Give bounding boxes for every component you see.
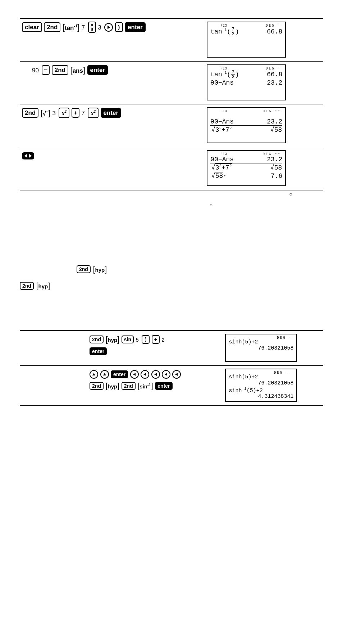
svg-marker-5 (133, 373, 136, 376)
second-button[interactable]: 2nd (52, 65, 68, 75)
calculator-screen: FIX DEG ⁺ tan-1(73) 66.8 90−Ans 23.2 (207, 64, 286, 100)
sin-inverse-button[interactable]: sin-1 (137, 382, 153, 390)
svg-marker-0 (108, 26, 110, 29)
svg-marker-9 (175, 373, 178, 376)
digit-7: 7 (82, 24, 85, 31)
table-row: 90 − 2nd ans enter FIX DEG ⁺ tan-1(73) 6… (20, 62, 323, 104)
x-squared-button[interactable]: x2 (59, 108, 69, 118)
lcd-line: 58⁺ 7.6 (210, 172, 282, 180)
enter-button[interactable]: enter (125, 22, 146, 32)
clear-button[interactable]: clear (22, 22, 42, 32)
enter-button[interactable]: enter (90, 347, 107, 355)
key-sequence: 90 − 2nd ans enter (22, 64, 200, 76)
example-table-1: clear 2nd tan-1 7 n d 3 ) enter (20, 18, 323, 190)
svg-marker-2 (29, 154, 32, 158)
enter-button[interactable]: enter (87, 65, 108, 75)
sin-button[interactable]: sin (122, 335, 134, 343)
lcd-line: 4.312438341 (229, 394, 293, 400)
lcd-line: 90−Ans 23.2 (210, 79, 282, 86)
hyp-button[interactable]: hyp (36, 282, 50, 290)
table-row: 2nd hyp sin 5 ) + 2 enter DEG ⁺ (20, 330, 323, 366)
marker-left: ○ (20, 202, 323, 208)
tan-inverse-button[interactable]: tan-1 (63, 23, 80, 31)
second-button[interactable]: 2nd (44, 22, 60, 32)
lcd-status-bar: FIX DEG ⁺⁺ (210, 109, 282, 113)
lcd-line: tan-1(73) 66.8 (210, 70, 282, 79)
digit-3: 3 (98, 24, 101, 31)
fraction-key[interactable]: n d (88, 22, 96, 33)
table-row: enter 2nd hyp 2nd sin-1 enter (20, 366, 323, 406)
ans-button[interactable]: ans (70, 66, 86, 74)
enter-button[interactable]: enter (155, 382, 172, 390)
svg-marker-7 (154, 373, 157, 376)
digit-7: 7 (81, 110, 84, 117)
table-row: 2nd √‾ 3 x2 + 7 x2 enter FIX DEG ⁺⁺ (20, 104, 323, 147)
table-row: clear 2nd tan-1 7 n d 3 ) enter (20, 18, 323, 62)
marker-right: ○ (20, 191, 323, 197)
enter-button[interactable]: enter (101, 108, 122, 118)
svg-marker-8 (165, 373, 167, 376)
second-button[interactable]: 2nd (90, 382, 104, 390)
lcd-line: sinh(5)+2 (229, 374, 293, 380)
example-table-2: 2nd hyp sin 5 ) + 2 enter DEG ⁺ (20, 330, 323, 406)
lcd-line: 32+72 58 (210, 163, 282, 172)
close-paren-button[interactable]: ) (115, 22, 123, 32)
lcd-status-bar: FIX DEG ⁺ (210, 24, 282, 27)
hyp-button[interactable]: hyp (93, 265, 107, 273)
second-button[interactable]: 2nd (77, 265, 91, 273)
left-arrow-button[interactable] (172, 370, 181, 379)
problem-text (20, 366, 87, 406)
lcd-status-bar: FIX DEG ⁺⁺ (210, 152, 282, 156)
key-sequence: clear 2nd tan-1 7 n d 3 ) enter (22, 22, 200, 33)
table-row: FIX DEG ⁺⁺ 90−Ans 23.2 32+72 58 58⁺ 7.6 (20, 147, 323, 190)
lcd-line: sinh-1(5)+2 (229, 387, 293, 394)
left-arrow-button[interactable] (151, 370, 160, 379)
plus-button[interactable]: + (152, 335, 160, 344)
sqrt-button[interactable]: √‾ (41, 109, 50, 117)
svg-marker-1 (24, 154, 27, 158)
second-button[interactable]: 2nd (90, 335, 104, 343)
key-sequence: enter 2nd hyp 2nd sin-1 enter (90, 369, 219, 392)
problem-text (20, 330, 87, 366)
toggle-arrows-button[interactable] (22, 152, 34, 159)
svg-marker-4 (103, 373, 106, 375)
key-sequence: 2nd hyp sin 5 ) + 2 enter (90, 334, 219, 357)
digit-5: 5 (136, 337, 138, 343)
lcd-line: 32+72 58 (210, 126, 282, 134)
key-sequence: 2nd √‾ 3 x2 + 7 x2 enter (22, 107, 200, 119)
calculator-screen: FIX DEG ⁺⁺ 90−Ans 23.2 32+72 58 58⁺ 7.6 (207, 150, 286, 186)
hyp-button[interactable]: hyp (105, 382, 119, 390)
enter-button[interactable]: enter (111, 370, 128, 378)
key-sequence (22, 150, 200, 162)
svg-marker-3 (92, 373, 95, 375)
up-arrow-button[interactable] (100, 370, 109, 379)
lcd-line: 76.20321058 (229, 380, 293, 387)
calculator-screen: DEG ⁺⁺ sinh(5)+2 76.20321058 sinh-1(5)+2… (225, 369, 297, 402)
digit-2: 2 (161, 337, 164, 343)
plus-button[interactable]: + (72, 108, 79, 118)
second-button[interactable]: 2nd (20, 282, 34, 290)
digit-3: 3 (52, 110, 55, 117)
lcd-line: tan-1(73) 66.8 (210, 27, 282, 36)
left-arrow-button[interactable] (141, 370, 149, 379)
right-arrow-button[interactable] (104, 23, 113, 32)
second-button[interactable]: 2nd (122, 382, 136, 390)
close-paren-button[interactable]: ) (142, 335, 150, 344)
digit-90: 90 (32, 67, 39, 74)
lcd-line: 76.20321058 (229, 346, 293, 352)
prose-section: 2nd hyp 2nd hyp (20, 221, 323, 291)
lcd-line: 90−Ans 23.2 (210, 156, 282, 163)
calculator-screen: FIX DEG ⁺ tan-1(73) 66.8 (207, 22, 286, 58)
svg-marker-6 (143, 373, 146, 376)
lcd-status-bar: FIX DEG ⁺ (210, 67, 282, 70)
left-arrow-button[interactable] (162, 370, 170, 379)
up-arrow-button[interactable] (90, 370, 98, 379)
left-arrow-button[interactable] (130, 370, 139, 379)
minus-button[interactable]: − (42, 65, 50, 75)
calculator-screen: DEG ⁺ sinh(5)+2 76.20321058 (225, 334, 297, 362)
lcd-line: 90−Ans 23.2 (210, 118, 282, 126)
second-button[interactable]: 2nd (22, 108, 38, 118)
x-squared-button[interactable]: x2 (88, 108, 99, 118)
lcd-line: sinh(5)+2 (229, 339, 293, 346)
hyp-button[interactable]: hyp (105, 335, 119, 343)
